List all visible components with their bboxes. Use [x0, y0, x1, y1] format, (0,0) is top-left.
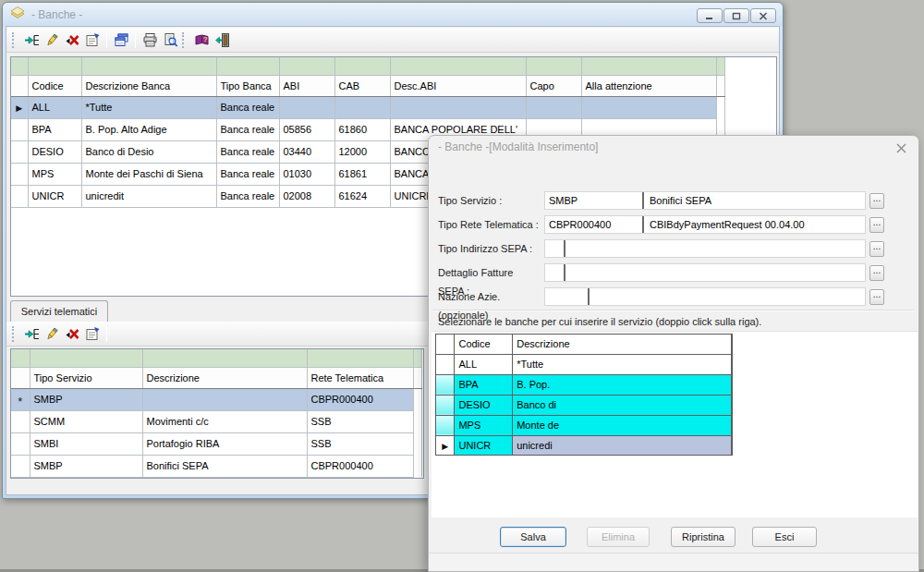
filter-cell[interactable] [142, 349, 307, 367]
table-row[interactable]: ▶ UNICR unicredi [436, 435, 732, 456]
cell-abi[interactable]: 03440 [279, 140, 334, 163]
close-button[interactable] [750, 8, 776, 23]
row-selector[interactable] [11, 455, 30, 477]
print-icon[interactable] [140, 30, 160, 50]
ripristina-button[interactable]: Ripristina [671, 527, 736, 547]
filter-cell[interactable] [216, 57, 279, 75]
cell-descrizione[interactable]: Monte de [513, 415, 732, 435]
record-properties-icon[interactable] [82, 30, 103, 50]
cell-descrizione[interactable]: B. Pop. [513, 374, 732, 395]
table-row[interactable]: SMBI Portafogio RIBA SSB [11, 432, 421, 455]
column-header[interactable]: Codice [455, 335, 513, 354]
column-header[interactable]: Capo [526, 75, 581, 96]
new-record-icon[interactable] [21, 30, 42, 50]
tipo-indirizzo-code-input[interactable] [545, 240, 565, 257]
maximize-button[interactable] [723, 8, 749, 23]
column-header[interactable]: ABI [279, 75, 334, 96]
cell-abi[interactable]: 02008 [279, 185, 334, 207]
cell-tipo[interactable]: Banca reale [216, 140, 279, 163]
row-selector[interactable] [436, 415, 455, 435]
table-row[interactable]: SMBP Bonifici SEPA CBPR000400 [11, 455, 421, 477]
cell-capo[interactable] [526, 96, 581, 118]
delete-record-icon[interactable] [62, 323, 82, 344]
cell-codice[interactable]: DESIO [455, 395, 513, 415]
exit-door-icon[interactable] [212, 30, 232, 50]
filter-cell[interactable] [28, 57, 81, 75]
cell-descrizione[interactable]: Banco di Desio [81, 140, 216, 163]
edit-record-icon[interactable] [42, 323, 62, 344]
table-row[interactable]: BPA B. Pop. [436, 374, 732, 395]
tipo-indirizzo-field[interactable] [544, 239, 866, 258]
column-header[interactable]: Desc.ABI [390, 75, 526, 96]
cell-codice[interactable]: UNICR [455, 435, 513, 456]
cell-rete[interactable]: SSB [307, 410, 413, 432]
record-properties-icon[interactable] [82, 323, 103, 344]
column-header[interactable]: Tipo Servizio [30, 367, 142, 388]
cell-tipo[interactable]: Banca reale [216, 96, 279, 118]
cell-tipo-servizio[interactable]: SCMM [30, 410, 142, 432]
cell-codice[interactable]: MPS [455, 415, 513, 435]
dettaglio-fatture-code-input[interactable] [545, 264, 565, 281]
table-row[interactable]: SCMM Movimenti c/c SSB [11, 410, 421, 432]
table-row[interactable]: DESIO Banco di [436, 395, 732, 415]
tipo-servizio-field[interactable]: SMBP Bonifici SEPA [544, 191, 866, 210]
tipo-servizio-lookup-button[interactable]: ... [869, 193, 884, 209]
table-row[interactable]: * SMBP CBPR000400 [11, 388, 421, 410]
filter-cell[interactable] [390, 57, 526, 75]
cell-codice[interactable]: ALL [28, 96, 81, 118]
nazione-lookup-button[interactable]: ... [869, 289, 884, 305]
column-header[interactable]: Alla attenzione [581, 75, 716, 96]
filter-cell[interactable] [526, 57, 581, 75]
cell-descrizione[interactable]: Portafogio RIBA [142, 432, 307, 455]
cell-codice[interactable]: BPA [28, 118, 81, 140]
cell-rete[interactable]: CBPR000400 [307, 455, 413, 477]
edit-record-icon[interactable] [42, 30, 62, 50]
cell-cab[interactable]: 61624 [334, 185, 390, 207]
cell-tipo-servizio[interactable]: SMBP [30, 455, 142, 477]
cell-codice[interactable]: UNICR [28, 185, 81, 207]
help-book-icon[interactable]: ? [191, 30, 212, 50]
row-selector[interactable] [436, 395, 455, 415]
column-header[interactable]: Descrizione [513, 335, 732, 354]
row-selector[interactable] [11, 410, 30, 432]
table-row[interactable]: MPS Monte de [436, 415, 732, 435]
minimize-button[interactable] [697, 8, 723, 23]
cell-tipo-servizio[interactable]: SMBP [30, 388, 142, 410]
cell-codice[interactable]: MPS [28, 163, 81, 185]
row-selector[interactable] [11, 118, 28, 140]
cell-descabi[interactable] [390, 96, 526, 118]
table-row[interactable]: ▶ ALL *Tutte Banca reale [11, 96, 724, 118]
cell-tipo[interactable]: Banca reale [216, 163, 279, 185]
cell-codice[interactable]: BPA [455, 374, 513, 395]
filter-cell[interactable] [307, 349, 413, 367]
column-header[interactable]: Tipo Banca [216, 75, 279, 96]
cell-abi[interactable]: 01030 [279, 163, 334, 185]
dialog-close-icon[interactable] [894, 141, 907, 154]
cell-descrizione[interactable]: *Tutte [513, 354, 732, 374]
nazione-field[interactable] [544, 287, 866, 306]
cell-descrizione[interactable]: Banco di [513, 395, 732, 415]
row-selector[interactable]: ▶ [11, 96, 28, 118]
tab-servizi-telematici[interactable]: Servizi telematici [10, 300, 108, 322]
cell-cab[interactable]: 61860 [334, 118, 390, 140]
row-selector[interactable]: * [11, 388, 30, 410]
cell-tipo-servizio[interactable]: SMBI [30, 432, 142, 455]
cell-descrizione[interactable]: Movimenti c/c [142, 410, 307, 432]
cell-abi[interactable]: 05856 [279, 118, 334, 140]
row-selector[interactable] [436, 374, 455, 395]
tipo-servizio-code-input[interactable]: SMBP [545, 192, 644, 209]
column-header[interactable]: Descrizione Banca [81, 75, 216, 96]
main-titlebar[interactable]: - Banche - [3, 3, 783, 26]
toolbar-grip[interactable] [12, 32, 17, 48]
table-row[interactable]: ALL *Tutte [436, 354, 732, 374]
cell-codice[interactable]: DESIO [28, 140, 81, 163]
cell-descrizione[interactable] [142, 388, 307, 410]
cell-codice[interactable]: ALL [455, 354, 513, 374]
salva-button[interactable]: Salva [500, 527, 566, 547]
cell-descrizione[interactable]: unicredit [81, 185, 216, 207]
cell-alla[interactable] [581, 96, 716, 118]
filter-cell[interactable] [81, 57, 216, 75]
esci-button[interactable]: Esci [752, 527, 817, 547]
nazione-code-input[interactable] [545, 288, 590, 305]
row-selector[interactable]: ▶ [436, 435, 455, 456]
